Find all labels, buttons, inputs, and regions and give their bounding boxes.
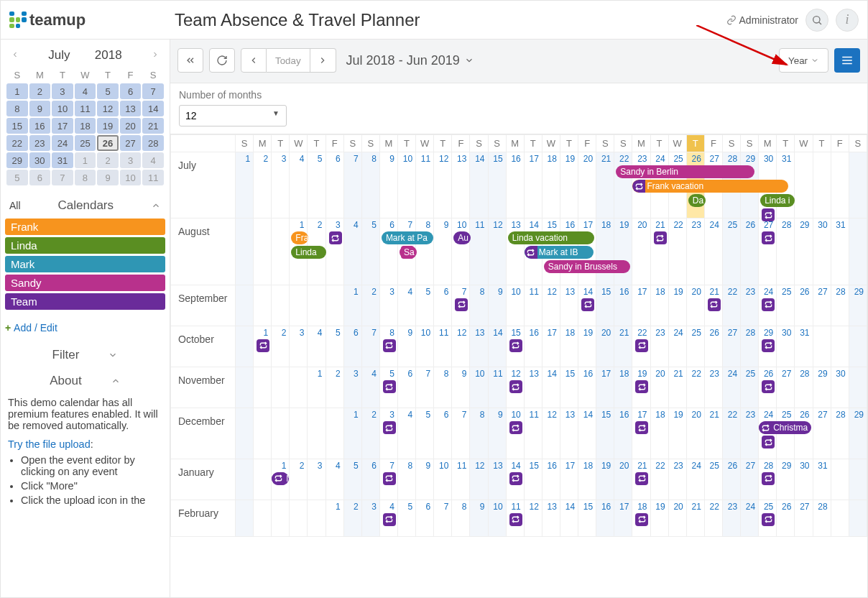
day-cell[interactable]: 14 (560, 500, 578, 536)
day-cell[interactable]: 24 (686, 459, 704, 500)
repeat-icon[interactable] (762, 231, 775, 244)
day-cell[interactable]: 17 (524, 152, 542, 218)
mini-cal-day[interactable]: 4 (75, 83, 96, 99)
mini-cal-day[interactable]: 18 (75, 118, 96, 134)
day-cell[interactable]: 28 (831, 285, 849, 326)
day-cell[interactable]: 17 (632, 285, 650, 326)
repeat-icon[interactable] (762, 208, 775, 221)
day-cell[interactable] (326, 408, 343, 459)
day-cell[interactable]: 4 (343, 218, 361, 285)
day-cell[interactable]: 18 (578, 459, 596, 500)
day-cell[interactable] (813, 326, 831, 367)
refresh-button[interactable] (209, 48, 235, 73)
date-range[interactable]: Jul 2018 - Jun 2019 (342, 53, 479, 68)
day-cell[interactable]: 20 (650, 367, 668, 408)
repeat-icon[interactable] (509, 513, 522, 526)
day-cell[interactable]: 9 (470, 500, 488, 536)
mini-cal-day[interactable]: 24 (52, 135, 73, 151)
event[interactable]: Sandy in Brussels (544, 260, 631, 273)
day-cell[interactable]: 28 (759, 459, 777, 500)
day-cell[interactable]: 11 (524, 285, 542, 326)
mini-cal-day[interactable]: 2 (97, 152, 119, 168)
day-cell[interactable]: 14 (578, 408, 596, 459)
day-cell[interactable]: 16 (506, 152, 524, 218)
day-cell[interactable]: 9 (397, 326, 415, 367)
day-cell[interactable]: 19 (596, 459, 614, 500)
mini-cal-day[interactable]: 9 (29, 101, 51, 116)
day-cell[interactable]: 12 (470, 459, 488, 500)
day-cell[interactable]: 2 (361, 408, 379, 459)
day-cell[interactable]: 31 (813, 459, 831, 500)
day-cell[interactable]: 17 (542, 326, 560, 367)
day-cell[interactable] (813, 152, 831, 218)
day-cell[interactable]: 4 (308, 326, 326, 367)
day-cell[interactable]: 12 (488, 218, 506, 285)
day-cell[interactable]: 3 (361, 500, 379, 536)
day-cell[interactable]: 17 (560, 459, 578, 500)
day-cell[interactable]: 20 (578, 152, 596, 218)
day-cell[interactable] (236, 285, 254, 326)
repeat-icon[interactable] (383, 421, 396, 434)
day-cell[interactable]: 9 (452, 367, 470, 408)
day-cell[interactable]: 23 (686, 218, 704, 285)
repeat-icon[interactable] (635, 513, 648, 526)
repeat-icon[interactable] (509, 421, 522, 434)
event[interactable]: Sa (400, 246, 417, 259)
day-cell[interactable]: 10 (470, 367, 488, 408)
day-cell[interactable]: 2 (326, 367, 343, 408)
search-button[interactable] (805, 9, 828, 32)
day-cell[interactable]: 4 (379, 500, 397, 536)
year-grid[interactable]: SMTWTFSSMTWTFSSMTWTFSSMTWTFSSMTWTFSJuly1… (170, 134, 867, 597)
day-cell[interactable]: 15 (578, 500, 596, 536)
repeat-icon[interactable] (762, 380, 775, 393)
day-cell[interactable]: 18 (632, 500, 650, 536)
day-cell[interactable] (849, 326, 867, 367)
day-cell[interactable]: 14 (542, 367, 560, 408)
day-cell[interactable]: 12 (542, 285, 560, 326)
day-cell[interactable] (254, 218, 272, 285)
day-cell[interactable]: 3 (290, 326, 308, 367)
day-cell[interactable]: 23Frank vacation (632, 152, 650, 218)
day-cell[interactable] (849, 218, 867, 285)
day-cell[interactable]: 2 (361, 285, 379, 326)
day-cell[interactable] (236, 367, 254, 408)
day-cell[interactable]: 26 (741, 218, 759, 285)
day-cell[interactable]: 17 (614, 500, 632, 536)
day-cell[interactable]: 16 (614, 408, 632, 459)
day-cell[interactable]: 15 (506, 326, 524, 367)
day-cell[interactable] (831, 326, 849, 367)
mini-cal-next[interactable] (147, 47, 164, 64)
day-cell[interactable]: 4 (397, 285, 415, 326)
repeat-icon[interactable] (509, 472, 522, 485)
event[interactable]: Linda i (760, 194, 795, 207)
day-cell[interactable]: 16 (578, 367, 596, 408)
day-cell[interactable] (236, 459, 254, 500)
day-cell[interactable] (849, 500, 867, 536)
nav-next-button[interactable] (310, 48, 336, 73)
about-link[interactable]: Try the file upload (8, 438, 91, 450)
repeat-icon[interactable] (635, 421, 648, 434)
repeat-icon[interactable] (762, 472, 775, 485)
day-cell[interactable]: 27 (722, 326, 740, 367)
day-cell[interactable]: 14 (578, 285, 596, 326)
mini-cal-day[interactable]: 19 (97, 118, 119, 134)
day-cell[interactable] (308, 500, 326, 536)
day-cell[interactable]: 2 (254, 152, 272, 218)
calendar-sandy[interactable]: Sandy (5, 275, 165, 291)
mini-cal-day[interactable]: 27 (120, 135, 142, 151)
day-cell[interactable]: 27 (795, 500, 813, 536)
day-cell[interactable]: 22 (722, 408, 740, 459)
info-button[interactable]: i (836, 9, 859, 32)
mini-cal-day[interactable]: 6 (120, 83, 142, 99)
day-cell[interactable] (254, 459, 272, 500)
day-cell[interactable]: 25 (759, 500, 777, 536)
day-cell[interactable]: 24 (741, 500, 759, 536)
day-cell[interactable]: 19 (668, 408, 686, 459)
mini-cal-day[interactable]: 3 (52, 83, 73, 99)
day-cell[interactable]: 29 (777, 459, 795, 500)
day-cell[interactable]: 15 (596, 408, 614, 459)
day-cell[interactable] (272, 218, 290, 285)
day-cell[interactable]: 10 (506, 285, 524, 326)
mini-cal-day[interactable]: 4 (142, 152, 164, 168)
day-cell[interactable]: 27 (813, 408, 831, 459)
